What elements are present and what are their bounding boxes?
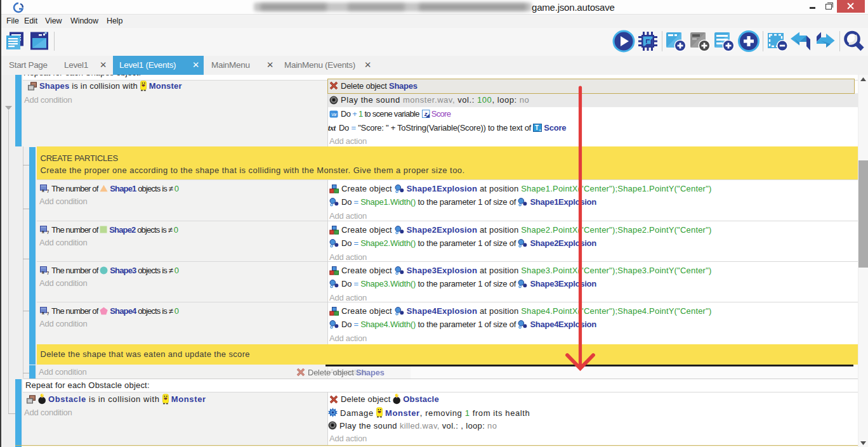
svg-text:?: ? [46, 270, 49, 275]
svg-text:?: ? [46, 230, 49, 234]
svg-text:T: T [535, 124, 539, 131]
svg-text:?: ? [46, 311, 49, 315]
svg-text:?: ? [46, 188, 49, 193]
